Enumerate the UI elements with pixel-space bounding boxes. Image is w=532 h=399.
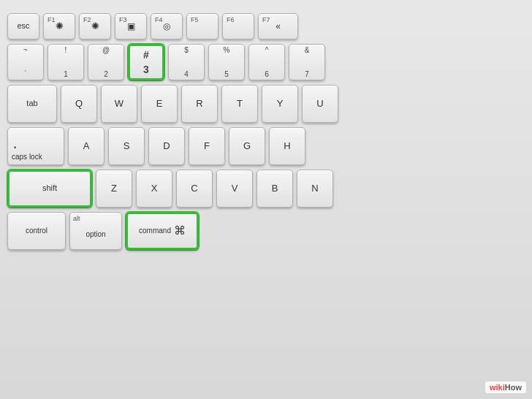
key-n[interactable]: N	[297, 170, 333, 208]
key-shift-label: shift	[42, 183, 57, 193]
key-esc[interactable]: esc	[7, 13, 39, 39]
key-a[interactable]: A	[68, 127, 104, 165]
key-s[interactable]: S	[108, 127, 145, 165]
key-b[interactable]: B	[256, 170, 293, 208]
keyboard-rows: esc ✺ F1 ✺ F2 ▣ F3 ◎ F4 F5 F6	[7, 13, 525, 250]
key-g[interactable]: G	[229, 127, 265, 165]
key-d-label: D	[163, 140, 170, 152]
key-tab-label: tab	[26, 99, 37, 108]
key-f2-icon: ✺	[91, 20, 99, 32]
key-6-top: ^	[249, 46, 284, 54]
key-r-label: R	[196, 98, 202, 110]
key-control-label: control	[26, 227, 48, 235]
key-y-label: Y	[277, 98, 284, 110]
key-c[interactable]: C	[176, 170, 213, 208]
key-w-label: W	[115, 98, 123, 110]
key-4[interactable]: $ 4	[168, 44, 205, 80]
key-tilde-bottom: `	[8, 70, 43, 78]
key-5-top: %	[209, 46, 244, 54]
key-f6[interactable]: F6	[222, 13, 254, 39]
key-f7[interactable]: « F7	[258, 13, 298, 39]
key-f1-sub: F1	[48, 16, 56, 23]
key-esc-label: esc	[17, 21, 29, 31]
key-f3[interactable]: ▣ F3	[115, 13, 147, 39]
key-u-label: U	[316, 98, 323, 110]
key-1-bottom: 1	[48, 70, 83, 78]
wiki-text: wiki	[490, 383, 505, 392]
a-row: • caps lock A S D F G H	[7, 127, 525, 165]
key-f-label: F	[204, 140, 210, 152]
key-capslock-dot: •	[14, 144, 16, 151]
key-q-label: Q	[75, 98, 83, 110]
key-w[interactable]: W	[101, 85, 137, 123]
key-h[interactable]: H	[269, 127, 305, 165]
wikihow-badge: wikiHow	[485, 381, 526, 393]
key-2[interactable]: @ 2	[88, 44, 124, 80]
key-y[interactable]: Y	[262, 85, 298, 123]
key-e[interactable]: E	[141, 85, 178, 123]
key-f1[interactable]: ✺ F1	[43, 13, 75, 39]
key-z[interactable]: Z	[96, 170, 132, 208]
key-f2-sub: F2	[83, 16, 91, 23]
key-f1-icon: ✺	[56, 20, 64, 32]
key-x[interactable]: X	[136, 170, 172, 208]
key-d[interactable]: D	[148, 127, 185, 165]
key-capslock-label: caps lock	[12, 153, 42, 162]
key-f7-icon: «	[276, 21, 281, 31]
key-6-bottom: 6	[249, 70, 284, 78]
key-1[interactable]: ! 1	[48, 44, 84, 80]
key-5[interactable]: % 5	[208, 44, 245, 80]
key-option-label: option	[86, 230, 105, 239]
key-control[interactable]: control	[7, 212, 66, 250]
key-a-label: A	[83, 140, 90, 152]
key-t-label: T	[237, 98, 243, 110]
key-7[interactable]: & 7	[289, 44, 325, 80]
key-2-bottom: 2	[88, 70, 123, 78]
keyboard-background: esc ✺ F1 ✺ F2 ▣ F3 ◎ F4 F5 F6	[0, 0, 532, 399]
key-alt-label: alt	[73, 215, 80, 222]
key-3-top: #	[130, 49, 162, 61]
bottom-row: control alt option command ⌘	[7, 212, 525, 250]
key-capslock[interactable]: • caps lock	[7, 127, 64, 165]
key-f5-sub: F5	[191, 16, 199, 23]
key-t[interactable]: T	[221, 85, 258, 123]
key-tab[interactable]: tab	[7, 85, 57, 123]
key-v-label: V	[232, 183, 238, 194]
key-u[interactable]: U	[302, 85, 338, 123]
key-5-bottom: 5	[209, 70, 244, 78]
key-7-top: &	[289, 46, 324, 54]
key-4-bottom: 4	[169, 70, 204, 78]
how-text: How	[505, 383, 522, 392]
key-f2[interactable]: ✺ F2	[79, 13, 111, 39]
key-e-label: E	[156, 98, 163, 110]
key-f6-sub: F6	[227, 16, 235, 23]
key-x-label: X	[151, 183, 158, 194]
z-row: shift Z X C V B N	[7, 170, 525, 208]
key-z-label: Z	[111, 183, 117, 194]
key-2-top: @	[88, 46, 123, 54]
key-tilde-top: ~	[8, 46, 43, 54]
key-3[interactable]: # 3	[128, 44, 164, 80]
key-command-label: command ⌘	[139, 224, 186, 238]
fn-row: esc ✺ F1 ✺ F2 ▣ F3 ◎ F4 F5 F6	[7, 13, 525, 39]
key-4-top: $	[169, 46, 204, 54]
key-tilde[interactable]: ~ `	[7, 44, 44, 80]
key-v[interactable]: V	[216, 170, 253, 208]
key-option[interactable]: alt option	[69, 212, 122, 250]
key-command[interactable]: command ⌘	[126, 212, 199, 250]
key-6[interactable]: ^ 6	[248, 44, 285, 80]
key-f[interactable]: F	[189, 127, 225, 165]
key-shift-left[interactable]: shift	[7, 170, 92, 208]
key-f5[interactable]: F5	[186, 13, 218, 39]
key-g-label: G	[243, 140, 251, 152]
key-3-bottom: 3	[130, 64, 162, 75]
q-row: tab Q W E R T Y U	[7, 85, 525, 123]
key-f4[interactable]: ◎ F4	[151, 13, 183, 39]
key-f3-sub: F3	[119, 16, 127, 23]
key-s-label: S	[123, 140, 130, 152]
key-r[interactable]: R	[181, 85, 218, 123]
key-q[interactable]: Q	[61, 85, 97, 123]
command-symbol: ⌘	[174, 224, 186, 238]
key-7-bottom: 7	[289, 70, 324, 78]
key-h-label: H	[284, 140, 290, 152]
